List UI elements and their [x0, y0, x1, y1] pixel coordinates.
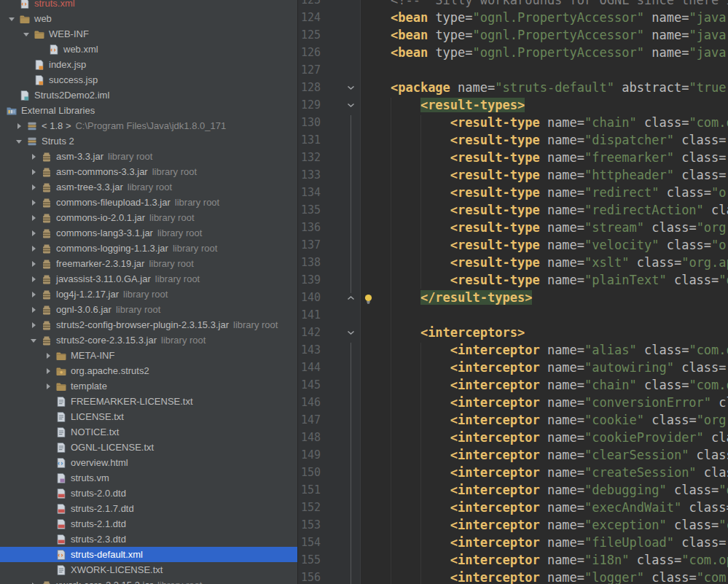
fold-collapse-icon[interactable] [324, 324, 361, 341]
tree-item-commons-fileupload-1-3-jar[interactable]: commons-fileupload-1.3.jarlibrary root [0, 195, 297, 210]
code-text[interactable]: <!-- Silly workarounds for OGNL since th… [361, 0, 728, 9]
tree-item-overview-html[interactable]: overview.html [0, 455, 297, 470]
code-text[interactable]: <result-type name="httpheader" class="or… [361, 166, 728, 184]
expand-arrow-icon[interactable] [41, 348, 55, 363]
collapse-arrow-icon[interactable] [26, 332, 41, 348]
line-number[interactable]: 139 [298, 271, 324, 289]
line-number[interactable]: 140 [298, 289, 324, 306]
tree-item-org-apache-struts2[interactable]: org.apache.struts2 [0, 363, 297, 378]
code-text[interactable]: <interceptor name="autowiring" class="co… [361, 359, 728, 376]
line-number[interactable]: 134 [298, 184, 324, 201]
line-number[interactable]: 131 [298, 131, 324, 149]
code-text[interactable] [361, 306, 728, 324]
line-number[interactable]: 126 [298, 44, 324, 61]
tree-item-asm-commons-3-3-jar[interactable]: asm-commons-3.3.jarlibrary root [0, 164, 297, 179]
code-text[interactable]: <result-type name="xslt" class="org.apac… [361, 254, 728, 271]
code-text[interactable]: <bean type="ognl.PropertyAccessor" name=… [361, 9, 728, 26]
code-text[interactable]: <result-type name="redirectAction" class… [361, 201, 728, 219]
line-number[interactable]: 130 [298, 114, 324, 131]
line-number[interactable]: 132 [298, 149, 324, 166]
code-text[interactable]: <interceptor name="debugging" class="org… [361, 481, 728, 499]
code-text[interactable]: <interceptor name="clearSession" class="… [361, 446, 728, 464]
tree-item-success-jsp[interactable]: success.jsp [0, 72, 297, 87]
expand-arrow-icon[interactable] [26, 287, 41, 302]
expand-arrow-icon[interactable] [26, 256, 41, 271]
code-text[interactable]: <result-type name="freemarker" class="or… [361, 149, 728, 166]
expand-arrow-icon[interactable] [41, 378, 55, 394]
tree-item-struts-xml[interactable]: struts.xml [0, 0, 297, 11]
code-text[interactable]: <interceptor name="createSession" class=… [361, 464, 728, 481]
line-number[interactable]: 125 [298, 26, 324, 44]
tree-item-struts-default-xml[interactable]: struts-default.xml [0, 547, 297, 562]
tree-item-asm-tree-3-3-jar[interactable]: asm-tree-3.3.jarlibrary root [0, 179, 297, 195]
expand-arrow-icon[interactable] [26, 225, 41, 241]
tree-item-freemarker-license-txt[interactable]: FREEMARKER-LICENSE.txt [0, 394, 297, 409]
tree-item-commons-logging-1-1-3-jar[interactable]: commons-logging-1.1.3.jarlibrary root [0, 241, 297, 256]
code-text[interactable]: <interceptor name="logger" class="com.op… [361, 569, 728, 584]
tree-item-license-txt[interactable]: LICENSE.txt [0, 409, 297, 424]
line-number[interactable]: 148 [298, 429, 324, 446]
fold-collapse-icon[interactable] [324, 96, 361, 114]
tree-item-struts-vm[interactable]: struts.vm [0, 470, 297, 486]
line-number[interactable]: 136 [298, 219, 324, 236]
code-text[interactable]: <interceptor name="execAndWait" class="o… [361, 499, 728, 516]
expand-arrow-icon[interactable] [26, 577, 41, 584]
collapse-arrow-icon[interactable] [4, 11, 19, 26]
tree-item-asm-3-3-jar[interactable]: asm-3.3.jarlibrary root [0, 149, 297, 164]
expand-arrow-icon[interactable] [26, 302, 41, 317]
code-text[interactable] [361, 61, 728, 79]
fold-end-icon[interactable] [324, 289, 361, 306]
code-text[interactable]: <result-type name="dispatcher" class="or… [361, 131, 728, 149]
code-text[interactable]: <result-type name="stream" class="org.ap… [361, 219, 728, 236]
code-text[interactable]: <result-type name="redirect" class="org.… [361, 184, 728, 201]
code-text[interactable]: <bean type="ognl.PropertyAccessor" name=… [361, 26, 728, 44]
code-text[interactable]: <interceptor name="exception" class="com… [361, 516, 728, 534]
expand-arrow-icon[interactable] [26, 195, 41, 210]
line-number[interactable]: 152 [298, 499, 324, 516]
tree-item-meta-inf[interactable]: META-INF [0, 348, 297, 363]
tree-item-web[interactable]: web [0, 11, 297, 26]
line-number[interactable]: 156 [298, 569, 324, 584]
line-number[interactable]: 128 [298, 79, 324, 96]
tree-item-commons-io-2-0-1-jar[interactable]: commons-io-2.0.1.jarlibrary root [0, 210, 297, 225]
tree-item-1-8[interactable]: < 1.8 >C:\Program Files\Java\jdk1.8.0_17… [0, 118, 297, 133]
line-number[interactable]: 137 [298, 236, 324, 254]
line-number[interactable]: 123 [298, 0, 324, 9]
line-number[interactable]: 143 [298, 341, 324, 359]
tree-item-javassist-3-11-0-ga-jar[interactable]: javassist-3.11.0.GA.jarlibrary root [0, 271, 297, 287]
line-number[interactable]: 135 [298, 201, 324, 219]
tree-item-struts-2[interactable]: Struts 2 [0, 133, 297, 149]
expand-arrow-icon[interactable] [12, 118, 26, 133]
code-text[interactable]: <interceptor name="cookie" class="org.ap… [361, 411, 728, 429]
tree-item-struts2-core-2-3-15-3-jar[interactable]: struts2-core-2.3.15.3.jarlibrary root [0, 332, 297, 348]
tree-item-commons-lang3-3-1-jar[interactable]: commons-lang3-3.1.jarlibrary root [0, 225, 297, 241]
line-number[interactable]: 153 [298, 516, 324, 534]
line-number[interactable]: 147 [298, 411, 324, 429]
line-number[interactable]: 129 [298, 96, 324, 114]
tree-item-struts-2-1-7-dtd[interactable]: struts-2.1.7.dtd [0, 501, 297, 516]
collapse-arrow-icon[interactable] [19, 26, 34, 42]
line-number[interactable]: 155 [298, 551, 324, 569]
tree-item-external-libraries[interactable]: External Libraries [0, 103, 297, 118]
expand-arrow-icon[interactable] [41, 363, 55, 378]
tree-item-freemarker-2-3-19-jar[interactable]: freemarker-2.3.19.jarlibrary root [0, 256, 297, 271]
expand-arrow-icon[interactable] [26, 164, 41, 179]
tree-item-log4j-1-2-17-jar[interactable]: log4j-1.2.17.jarlibrary root [0, 287, 297, 302]
code-text[interactable]: <result-type name="chain" class="com.ope… [361, 114, 728, 131]
line-number[interactable]: 127 [298, 61, 324, 79]
expand-arrow-icon[interactable] [26, 210, 41, 225]
expand-arrow-icon[interactable] [26, 317, 41, 332]
collapse-arrow-icon[interactable] [12, 133, 26, 149]
line-number[interactable]: 141 [298, 306, 324, 324]
expand-arrow-icon[interactable] [26, 179, 41, 195]
code-text[interactable]: <interceptor name="conversionError" clas… [361, 394, 728, 411]
expand-arrow-icon[interactable] [26, 271, 41, 287]
code-text[interactable]: <interceptor name="i18n" class="com.open… [361, 551, 728, 569]
tree-item-index-jsp[interactable]: index.jsp [0, 57, 297, 72]
line-number[interactable]: 154 [298, 534, 324, 551]
line-number[interactable]: 145 [298, 376, 324, 394]
code-text[interactable]: <interceptor name="fileUpload" class="or… [361, 534, 728, 551]
tree-item-struts-2-0-dtd[interactable]: struts-2.0.dtd [0, 486, 297, 501]
code-text[interactable]: <result-type name="velocity" class="org.… [361, 236, 728, 254]
tree-item-ognl-3-0-6-jar[interactable]: ognl-3.0.6.jarlibrary root [0, 302, 297, 317]
